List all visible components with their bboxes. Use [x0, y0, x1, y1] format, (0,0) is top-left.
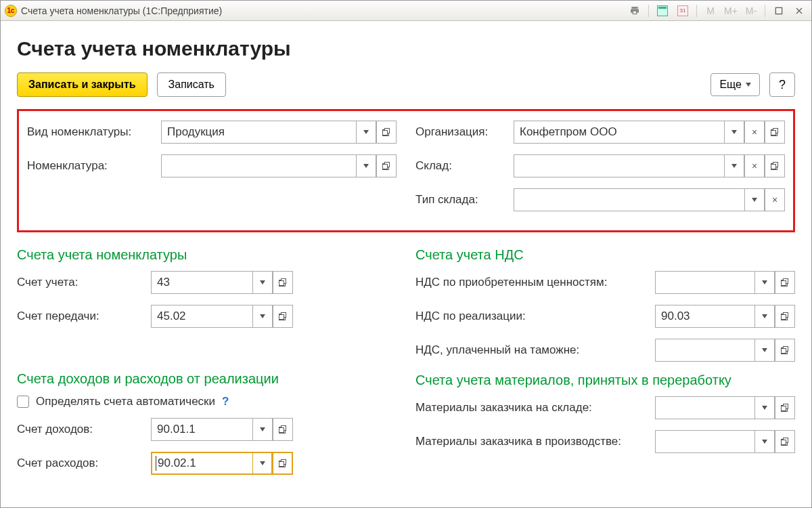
- open-icon[interactable]: [273, 452, 293, 475]
- income-account-label: Счет доходов:: [17, 423, 151, 436]
- warehouse-type-field[interactable]: ×: [514, 188, 785, 211]
- open-icon[interactable]: [775, 339, 795, 362]
- clear-icon[interactable]: ×: [744, 121, 765, 144]
- dropdown-icon[interactable]: [754, 271, 775, 294]
- open-icon[interactable]: [775, 305, 795, 328]
- open-icon[interactable]: [273, 271, 293, 294]
- dropdown-icon[interactable]: [356, 154, 376, 177]
- open-icon[interactable]: [775, 396, 795, 419]
- dropdown-icon[interactable]: [754, 339, 775, 362]
- print-icon[interactable]: [627, 3, 643, 18]
- warehouse-value[interactable]: [514, 154, 724, 177]
- dropdown-icon[interactable]: [252, 305, 273, 328]
- vat-purchased-label: НДС по приобретенным ценностям:: [415, 276, 655, 289]
- section-sales-title: Счета доходов и расходов от реализации: [17, 371, 397, 387]
- transfer-account-label: Счет передачи:: [17, 310, 151, 323]
- close-icon[interactable]: [791, 3, 807, 18]
- nomenclature-type-value[interactable]: Продукция: [161, 121, 356, 144]
- expense-account-value[interactable]: 90.02.1: [151, 452, 252, 475]
- open-icon[interactable]: [376, 121, 397, 144]
- account-label: Счет учета:: [17, 276, 151, 289]
- dropdown-icon[interactable]: [744, 188, 765, 211]
- warehouse-label: Склад:: [415, 159, 514, 173]
- account-value[interactable]: 43: [151, 271, 252, 294]
- account-field[interactable]: 43: [151, 271, 293, 294]
- dropdown-icon[interactable]: [252, 418, 273, 441]
- organization-label: Организация:: [415, 125, 514, 139]
- calendar-icon[interactable]: 31: [675, 3, 691, 18]
- content-area: Счета учета номенклатуры Записать и закр…: [1, 21, 811, 507]
- vat-purchased-field[interactable]: [655, 271, 795, 294]
- vat-sales-label: НДС по реализации:: [415, 310, 655, 323]
- help-button[interactable]: ?: [769, 72, 795, 97]
- page-title: Счета учета номенклатуры: [17, 37, 795, 60]
- memory-m-button[interactable]: M: [702, 3, 719, 18]
- dropdown-icon[interactable]: [724, 154, 744, 177]
- section-vat-title: Счета учета НДС: [415, 247, 795, 263]
- window: 1c Счета учета номенклатуры (1С:Предприя…: [0, 0, 812, 508]
- organization-value[interactable]: Конфетпром ООО: [514, 121, 724, 144]
- warehouse-field[interactable]: ×: [514, 154, 785, 177]
- materials-production-field[interactable]: [655, 430, 795, 453]
- toolbar: Записать и закрыть Записать Еще ?: [17, 72, 795, 97]
- nomenclature-value[interactable]: [161, 154, 356, 177]
- more-label: Еще: [719, 79, 742, 91]
- vat-purchased-value[interactable]: [655, 271, 754, 294]
- open-icon[interactable]: [775, 430, 795, 453]
- vat-customs-field[interactable]: [655, 339, 795, 362]
- organization-field[interactable]: Конфетпром ООО ×: [514, 121, 785, 144]
- warehouse-type-value[interactable]: [514, 188, 744, 211]
- dropdown-icon[interactable]: [754, 430, 775, 453]
- save-button[interactable]: Записать: [157, 72, 226, 97]
- filter-highlight-box: Вид номенклатуры: Продукция Номенклатура…: [17, 109, 795, 232]
- save-and-close-button[interactable]: Записать и закрыть: [17, 72, 148, 97]
- section-accounts-title: Счета учета номенклатуры: [17, 247, 397, 263]
- open-icon[interactable]: [775, 271, 795, 294]
- open-icon[interactable]: [376, 154, 397, 177]
- calculator-icon[interactable]: [654, 3, 671, 18]
- materials-production-value[interactable]: [655, 430, 754, 453]
- expense-account-field[interactable]: 90.02.1: [151, 452, 293, 475]
- materials-warehouse-value[interactable]: [655, 396, 754, 419]
- nomenclature-field[interactable]: [161, 154, 397, 177]
- transfer-account-field[interactable]: 45.02: [151, 305, 293, 328]
- dropdown-icon[interactable]: [252, 271, 273, 294]
- section-materials-title: Счета учета материалов, принятых в перер…: [415, 373, 795, 388]
- nomenclature-type-field[interactable]: Продукция: [161, 121, 397, 144]
- vat-customs-value[interactable]: [655, 339, 754, 362]
- chevron-down-icon: [746, 83, 751, 87]
- window-title: Счета учета номенклатуры (1С:Предприятие…: [21, 5, 222, 16]
- dropdown-icon[interactable]: [356, 121, 376, 144]
- vat-sales-field[interactable]: 90.03: [655, 305, 795, 328]
- auto-accounts-help-icon[interactable]: ?: [222, 395, 229, 408]
- nomenclature-type-label: Вид номенклатуры:: [27, 125, 161, 139]
- open-icon[interactable]: [765, 121, 785, 144]
- transfer-account-value[interactable]: 45.02: [151, 305, 252, 328]
- clear-icon[interactable]: ×: [765, 188, 785, 211]
- open-icon[interactable]: [273, 418, 293, 441]
- app-logo-icon: 1c: [5, 5, 17, 17]
- vat-sales-value[interactable]: 90.03: [655, 305, 754, 328]
- open-icon[interactable]: [273, 305, 293, 328]
- memory-mplus-button[interactable]: M+: [723, 3, 739, 18]
- dropdown-icon[interactable]: [754, 305, 775, 328]
- warehouse-type-label: Тип склада:: [415, 193, 514, 207]
- income-account-value[interactable]: 90.01.1: [151, 418, 252, 441]
- titlebar: 1c Счета учета номенклатуры (1С:Предприя…: [1, 1, 811, 21]
- dropdown-icon[interactable]: [252, 452, 273, 475]
- materials-production-label: Материалы заказчика в производстве:: [415, 435, 655, 448]
- dropdown-icon[interactable]: [754, 396, 775, 419]
- materials-warehouse-field[interactable]: [655, 396, 795, 419]
- dropdown-icon[interactable]: [724, 121, 744, 144]
- expense-account-label: Счет расходов:: [17, 457, 151, 470]
- auto-accounts-checkbox[interactable]: [17, 396, 29, 408]
- auto-accounts-label: Определять счета автоматически: [36, 395, 215, 408]
- memory-mminus-button[interactable]: M-: [743, 3, 759, 18]
- income-account-field[interactable]: 90.01.1: [151, 418, 293, 441]
- vat-customs-label: НДС, уплаченный на таможне:: [415, 343, 655, 357]
- materials-warehouse-label: Материалы заказчика на складе:: [415, 401, 655, 415]
- more-button[interactable]: Еще: [710, 73, 760, 96]
- open-icon[interactable]: [765, 154, 785, 177]
- maximize-icon[interactable]: [771, 3, 787, 18]
- clear-icon[interactable]: ×: [744, 154, 765, 177]
